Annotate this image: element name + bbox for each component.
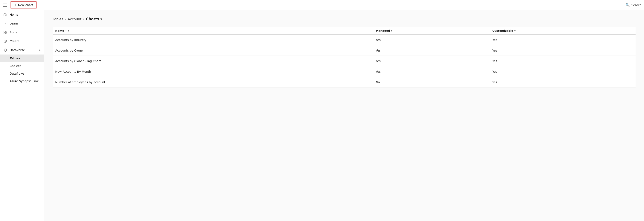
row-name-text: Accounts by Industry xyxy=(55,38,86,42)
sidebar-item-label: Learn xyxy=(10,22,18,25)
charts-chevron-icon[interactable]: ∨ xyxy=(100,17,102,21)
breadcrumb-separator-2: › xyxy=(83,17,84,21)
sidebar-sub-item-label: Tables xyxy=(10,57,20,60)
table-row[interactable]: Accounts by Industry⋮YesYes xyxy=(53,35,636,45)
col-header-name[interactable]: Name ↑ ∨ xyxy=(53,27,229,35)
cell-customizable: Yes xyxy=(490,56,636,66)
sidebar-item-apps[interactable]: Apps xyxy=(0,28,44,37)
col-header-customizable[interactable]: Customizable ∨ xyxy=(490,27,636,35)
sidebar-item-home[interactable]: Home xyxy=(0,10,44,19)
home-icon xyxy=(4,13,7,17)
sidebar-sub-item-label: Dataflows xyxy=(10,72,24,75)
svg-rect-3 xyxy=(4,31,5,32)
sidebar-item-label: Create xyxy=(10,40,20,43)
table-row[interactable]: Number of employees by account⋮NoYes xyxy=(53,77,636,87)
row-name-text: New Accounts By Month xyxy=(55,70,91,73)
charts-table: Name ↑ ∨ Managed ∨ Customizable xyxy=(53,27,636,87)
cell-managed: Yes xyxy=(373,56,490,66)
cell-managed: No xyxy=(373,77,490,87)
main-layout: Home Learn Apps xyxy=(0,10,644,221)
col-header-managed[interactable]: Managed ∨ xyxy=(373,27,490,35)
topbar: + New chart 🔍 Search xyxy=(0,0,644,10)
sidebar-item-label: Home xyxy=(10,13,18,16)
search-area[interactable]: 🔍 Search xyxy=(626,3,642,7)
managed-chevron-icon: ∨ xyxy=(391,29,393,32)
sidebar-item-create[interactable]: Create xyxy=(0,37,44,46)
table-row[interactable]: Accounts by Owner - Tag Chart⋮YesYes xyxy=(53,56,636,66)
breadcrumb-current: Charts ∨ xyxy=(86,17,102,21)
sort-asc-icon: ↑ xyxy=(65,29,67,32)
content-area: Tables › Account › Charts ∨ Name ↑ ∨ xyxy=(44,10,644,221)
menu-icon[interactable] xyxy=(2,3,8,8)
book-icon xyxy=(4,22,7,25)
apps-icon xyxy=(4,31,7,34)
dataverse-label: Dataverse xyxy=(10,48,25,52)
cell-name: New Accounts By Month⋮ xyxy=(53,66,229,77)
cell-name: Accounts by Owner - Tag Chart⋮ xyxy=(53,56,229,66)
sidebar-section-left: Dataverse xyxy=(4,48,25,52)
customizable-chevron-icon: ∨ xyxy=(514,29,516,32)
svg-rect-5 xyxy=(4,33,5,34)
sidebar-item-learn[interactable]: Learn xyxy=(0,19,44,28)
sidebar-item-dataflows[interactable]: Dataflows xyxy=(0,70,44,77)
sidebar-item-azure-synapse[interactable]: Azure Synapse Link xyxy=(0,77,44,85)
cell-customizable: Yes xyxy=(490,45,636,56)
sidebar-item-label: Apps xyxy=(10,31,17,34)
sidebar-item-tables[interactable]: Tables xyxy=(0,55,44,62)
cell-managed: Yes xyxy=(373,35,490,45)
topbar-left: + New chart xyxy=(2,2,36,9)
cell-name: Number of employees by account⋮ xyxy=(53,77,229,87)
breadcrumb-separator-1: › xyxy=(65,17,66,21)
dataverse-icon xyxy=(4,48,7,52)
plus-icon: + xyxy=(14,3,17,7)
sidebar-sub-item-label: Choices xyxy=(10,64,21,68)
sidebar-sub-item-label: Azure Synapse Link xyxy=(10,79,38,83)
cell-customizable: Yes xyxy=(490,77,636,87)
sort-chevron-icon: ∨ xyxy=(68,29,70,32)
table-row[interactable]: Accounts by Owner⋮YesYes xyxy=(53,45,636,56)
sidebar-dataverse-section[interactable]: Dataverse ∧ xyxy=(0,46,44,55)
cell-managed: Yes xyxy=(373,66,490,77)
cell-customizable: Yes xyxy=(490,35,636,45)
row-name-text: Accounts by Owner xyxy=(55,49,84,52)
search-icon: 🔍 xyxy=(626,3,630,7)
row-name-text: Accounts by Owner - Tag Chart xyxy=(55,59,101,63)
create-icon xyxy=(4,39,7,43)
sidebar: Home Learn Apps xyxy=(0,10,44,221)
breadcrumb-tables[interactable]: Tables xyxy=(53,17,63,21)
cell-name: Accounts by Owner⋮ xyxy=(53,45,229,56)
svg-rect-6 xyxy=(6,33,7,34)
new-chart-button[interactable]: + New chart xyxy=(10,2,36,9)
row-name-text: Number of employees by account xyxy=(55,81,105,84)
table-row[interactable]: New Accounts By Month⋮YesYes xyxy=(53,66,636,77)
col-name-label: Name xyxy=(55,29,64,32)
cell-managed: Yes xyxy=(373,45,490,56)
sidebar-item-choices[interactable]: Choices xyxy=(0,62,44,70)
col-managed-label: Managed xyxy=(376,29,390,32)
col-customizable-label: Customizable xyxy=(492,29,513,32)
breadcrumb-account[interactable]: Account xyxy=(68,17,82,21)
cell-customizable: Yes xyxy=(490,66,636,77)
search-label: Search xyxy=(631,4,642,7)
new-chart-label: New chart xyxy=(18,4,33,7)
breadcrumb: Tables › Account › Charts ∨ xyxy=(53,17,636,21)
cell-name: Accounts by Industry⋮ xyxy=(53,35,229,45)
svg-rect-4 xyxy=(6,31,7,32)
chevron-up-icon: ∧ xyxy=(39,49,41,52)
